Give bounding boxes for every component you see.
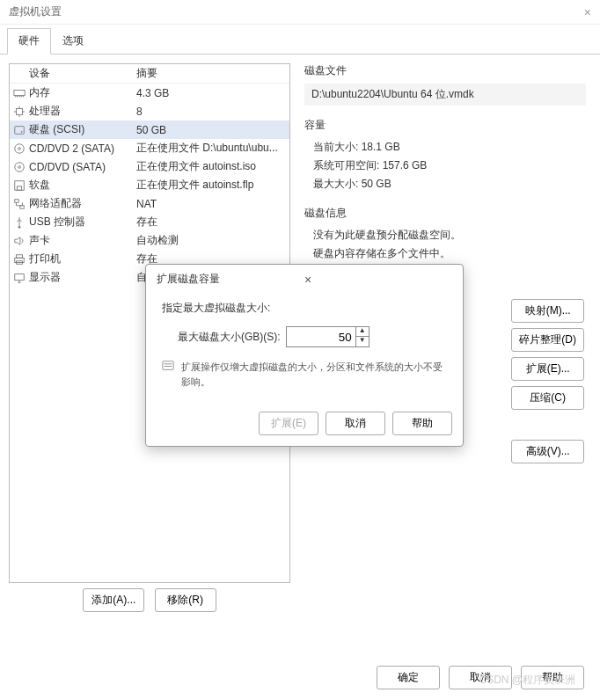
device-row[interactable]: CD/DVD (SATA)正在使用文件 autoinst.iso [10, 157, 289, 176]
device-buttons: 添加(A)... 移除(R) [9, 583, 290, 617]
svg-rect-1 [17, 108, 23, 114]
device-name: CD/DVD (SATA) [29, 161, 106, 173]
network-icon [13, 198, 26, 210]
device-row[interactable]: 声卡自动检测 [10, 231, 289, 250]
defrag-button[interactable]: 碎片整理(D) [511, 328, 584, 352]
modal-label: 指定最大虚拟磁盘大小: [162, 301, 447, 316]
cd-icon [13, 142, 26, 155]
device-row[interactable]: 硬盘 (SCSI)50 GB [10, 120, 289, 139]
device-name: 处理器 [29, 104, 61, 119]
svg-rect-10 [15, 199, 18, 202]
device-name: 打印机 [29, 252, 61, 266]
map-button[interactable]: 映射(M)... [511, 299, 584, 323]
tab-hardware[interactable]: 硬件 [7, 28, 51, 55]
free-space: 系统可用空间: 157.6 GB [304, 157, 586, 175]
svg-rect-19 [165, 366, 172, 367]
svg-rect-18 [165, 363, 172, 364]
svg-rect-16 [15, 273, 25, 280]
disk-info-1: 没有为此硬盘预分配磁盘空间。 [304, 226, 586, 244]
cd-icon [13, 161, 26, 173]
modal-body: 指定最大虚拟磁盘大小: 最大磁盘大小(GB)(S): ▲ ▼ 扩展操作仅增大虚拟… [146, 294, 463, 406]
floppy-icon [13, 179, 26, 192]
modal-title-bar: 扩展磁盘容量 × [146, 265, 463, 294]
help-button[interactable]: 帮助 [521, 666, 584, 689]
remove-button[interactable]: 移除(R) [155, 588, 216, 612]
device-row[interactable]: USB 控制器存在 [10, 213, 289, 231]
cancel-button[interactable]: 取消 [449, 666, 512, 689]
device-row[interactable]: CD/DVD 2 (SATA)正在使用文件 D:\ubuntu\ubu... [10, 139, 289, 157]
device-name: 软盘 [29, 178, 50, 193]
device-summary: NAT [136, 198, 286, 210]
spinner: ▲ ▼ [356, 326, 370, 347]
device-row[interactable]: 内存4.3 GB [10, 84, 289, 102]
modal-expand-button[interactable]: 扩展(E) [259, 412, 318, 435]
disk-icon [13, 124, 26, 136]
svg-point-5 [18, 147, 21, 149]
field-label: 最大磁盘大小(GB)(S): [178, 330, 281, 345]
disk-info-label: 磁盘信息 [304, 206, 586, 221]
device-row[interactable]: 处理器8 [10, 102, 289, 120]
svg-rect-14 [17, 254, 23, 258]
svg-point-3 [21, 130, 23, 132]
device-name: 网络适配器 [29, 196, 82, 211]
svg-point-4 [15, 143, 25, 153]
device-name: 声卡 [29, 233, 50, 248]
info-icon [162, 360, 174, 372]
svg-rect-2 [15, 126, 25, 134]
device-name: 硬盘 (SCSI) [29, 122, 84, 137]
device-summary: 正在使用文件 D:\ubuntu\ubu... [136, 141, 286, 156]
close-icon[interactable]: × [584, 5, 591, 19]
sound-icon [13, 235, 26, 247]
svg-rect-0 [14, 90, 25, 95]
compact-button[interactable]: 压缩(C) [511, 386, 584, 410]
ok-button[interactable]: 确定 [377, 666, 440, 689]
svg-rect-17 [163, 361, 173, 370]
modal-close-icon[interactable]: × [304, 273, 452, 287]
modal-cancel-button[interactable]: 取消 [326, 412, 385, 435]
header-device: 设备 [13, 66, 136, 81]
expand-button[interactable]: 扩展(E)... [511, 357, 584, 381]
device-summary: 自动检测 [136, 233, 286, 248]
device-summary: 4.3 GB [136, 87, 286, 99]
svg-point-6 [15, 162, 25, 171]
add-button[interactable]: 添加(A)... [83, 588, 144, 612]
svg-point-7 [18, 165, 21, 168]
disk-info-2: 硬盘内容存储在多个文件中。 [304, 244, 586, 263]
device-name: USB 控制器 [29, 215, 85, 230]
modal-input-row: 最大磁盘大小(GB)(S): ▲ ▼ [178, 326, 447, 347]
footer-buttons: 确定 取消 帮助 [377, 666, 584, 689]
disk-file-label: 磁盘文件 [304, 63, 586, 78]
disk-file-path: D:\ubuntu2204\Ubuntu 64 位.vmdk [304, 84, 586, 106]
tab-bar: 硬件 选项 [0, 25, 600, 55]
device-summary: 50 GB [136, 124, 286, 136]
device-summary: 正在使用文件 autoinst.iso [136, 159, 286, 174]
current-size: 当前大小: 18.1 GB [304, 138, 586, 157]
device-name: 显示器 [29, 270, 61, 285]
modal-note-text: 扩展操作仅增大虚拟磁盘的大小，分区和文件系统的大小不受影响。 [181, 360, 447, 389]
tab-options[interactable]: 选项 [51, 28, 95, 54]
advanced-button[interactable]: 高级(V)... [511, 440, 584, 463]
printer-icon [13, 253, 26, 266]
device-name: CD/DVD 2 (SATA) [29, 142, 114, 155]
capacity-label: 容量 [304, 118, 586, 133]
modal-footer: 扩展(E) 取消 帮助 [146, 406, 463, 446]
spinner-down-icon[interactable]: ▼ [356, 337, 369, 346]
modal-note: 扩展操作仅增大虚拟磁盘的大小，分区和文件系统的大小不受影响。 [162, 360, 447, 389]
memory-icon [13, 87, 26, 99]
svg-rect-9 [17, 186, 21, 189]
display-icon [13, 272, 26, 284]
device-header: 设备 摘要 [10, 64, 289, 84]
disk-size-input[interactable] [286, 326, 356, 347]
window-title: 虚拟机设置 [9, 4, 584, 19]
header-summary: 摘要 [136, 66, 286, 81]
device-summary: 8 [136, 106, 286, 118]
svg-rect-11 [20, 205, 24, 208]
device-name: 内存 [29, 85, 50, 100]
device-row[interactable]: 软盘正在使用文件 autoinst.flp [10, 176, 289, 194]
modal-help-button[interactable]: 帮助 [392, 412, 452, 435]
device-row[interactable]: 网络适配器NAT [10, 194, 289, 213]
device-summary: 存在 [136, 215, 286, 230]
usb-icon [13, 216, 26, 229]
cpu-icon [13, 106, 26, 118]
svg-point-12 [18, 225, 21, 228]
